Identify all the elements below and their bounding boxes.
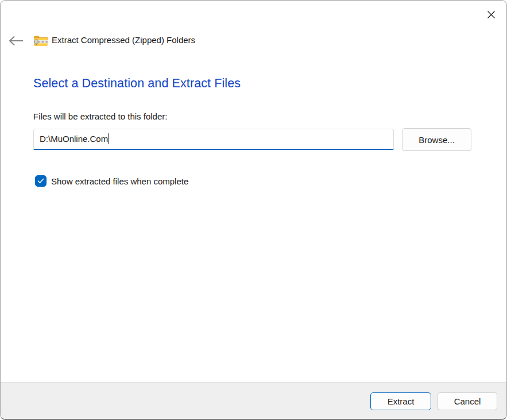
extract-button[interactable]: Extract bbox=[370, 392, 431, 410]
screen: Extract Compressed (Zipped) Folders Sele… bbox=[0, 0, 507, 420]
show-files-checkbox-label[interactable]: Show extracted files when complete bbox=[51, 176, 188, 186]
extract-dialog-window: Extract Compressed (Zipped) Folders Sele… bbox=[0, 0, 507, 420]
close-icon bbox=[487, 10, 496, 19]
back-arrow-icon bbox=[9, 36, 24, 46]
text-caret bbox=[109, 133, 109, 144]
cancel-button[interactable]: Cancel bbox=[438, 392, 497, 410]
destination-label: Files will be extracted to this folder: bbox=[33, 111, 167, 121]
browse-button[interactable]: Browse... bbox=[402, 128, 471, 151]
extract-button-label: Extract bbox=[388, 396, 415, 406]
back-button[interactable] bbox=[7, 33, 25, 48]
zipped-folder-icon bbox=[33, 33, 48, 48]
cancel-button-label: Cancel bbox=[454, 396, 481, 406]
show-files-checkbox-row: Show extracted files when complete bbox=[35, 175, 188, 187]
show-files-checkbox[interactable] bbox=[35, 175, 47, 187]
dialog-title: Extract Compressed (Zipped) Folders bbox=[52, 35, 195, 45]
page-heading: Select a Destination and Extract Files bbox=[33, 76, 241, 91]
destination-path-value: D:\MuOnline.Com bbox=[40, 134, 108, 144]
checkmark-icon bbox=[37, 178, 44, 184]
browse-button-label: Browse... bbox=[419, 135, 455, 145]
close-button[interactable] bbox=[483, 6, 499, 22]
destination-path-input[interactable]: D:\MuOnline.Com bbox=[33, 129, 394, 150]
